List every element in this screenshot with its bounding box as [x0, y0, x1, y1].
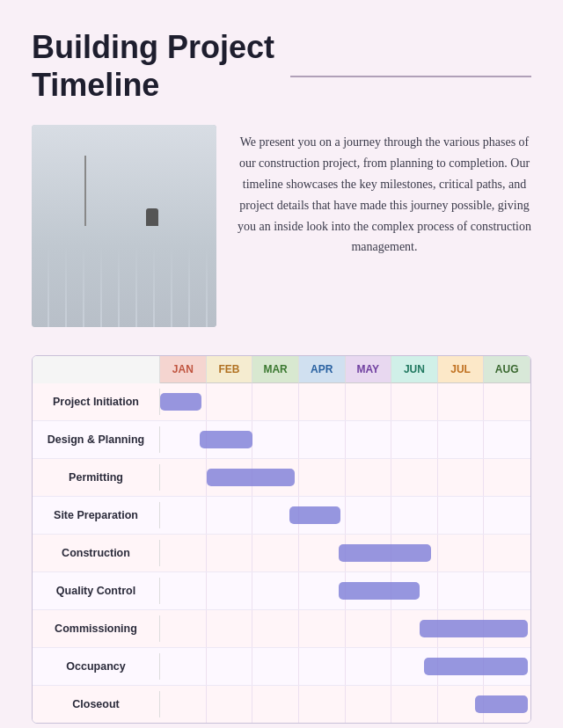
gantt-row-7: Occupancy	[33, 648, 530, 686]
header: Building Project Timeline	[32, 28, 531, 104]
gantt-bar-7	[424, 658, 528, 675]
page-title: Building Project Timeline	[32, 28, 274, 104]
gantt-chart: JANFEBMARAPRMAYJUNJULAUG Project Initiat…	[32, 355, 531, 724]
gantt-month-jul: JUL	[438, 356, 485, 383]
gantt-month-jun: JUN	[391, 356, 438, 383]
gantt-row-6: Commissioning	[33, 610, 530, 648]
gantt-header: JANFEBMARAPRMAYJUNJULAUG	[33, 356, 530, 383]
gantt-row-2: Permitting	[33, 459, 530, 497]
bar-area-6	[160, 610, 530, 647]
gantt-month-jan: JAN	[160, 356, 207, 383]
gantt-bar-5	[339, 582, 420, 600]
title-divider	[290, 76, 531, 77]
bar-area-1	[160, 421, 530, 458]
gantt-bar-0	[160, 393, 201, 411]
row-label-0: Project Initiation	[33, 389, 160, 415]
bar-area-8	[160, 686, 530, 723]
gantt-row-5: Quality Control	[33, 572, 530, 610]
gantt-header-empty	[33, 356, 160, 383]
row-label-1: Design & Planning	[33, 426, 160, 453]
content-row: We present you on a journey through the …	[32, 125, 531, 327]
gantt-row-0: Project Initiation	[33, 383, 530, 421]
building-image	[32, 125, 216, 327]
gantt-row-3: Site Preparation	[33, 497, 530, 535]
gantt-bar-6	[420, 620, 529, 637]
gantt-bar-4	[339, 544, 431, 562]
bar-area-4	[160, 535, 530, 571]
row-label-5: Quality Control	[33, 578, 160, 604]
description-text: We present you on a journey through the …	[238, 125, 531, 258]
row-label-8: Closeout	[33, 691, 160, 717]
gantt-bar-3	[289, 506, 340, 524]
bar-area-2	[160, 459, 530, 496]
bar-area-0	[160, 383, 530, 420]
gantt-month-mar: MAR	[252, 356, 299, 383]
gantt-month-may: MAY	[346, 356, 392, 383]
row-label-2: Permitting	[33, 464, 160, 491]
bar-area-7	[160, 648, 530, 685]
gantt-row-1: Design & Planning	[33, 421, 530, 459]
bar-area-3	[160, 497, 530, 534]
row-label-6: Commissioning	[33, 615, 160, 642]
row-label-4: Construction	[33, 540, 160, 566]
gantt-month-apr: APR	[299, 356, 346, 383]
gantt-month-feb: FEB	[207, 356, 253, 383]
gantt-bar-1	[200, 431, 253, 448]
row-label-7: Occupancy	[33, 653, 160, 680]
row-label-3: Site Preparation	[33, 502, 160, 528]
gantt-bar-8	[475, 695, 529, 713]
gantt-bar-2	[207, 469, 295, 486]
bar-area-5	[160, 572, 530, 609]
gantt-month-aug: AUG	[484, 356, 530, 383]
title-block: Building Project Timeline	[32, 28, 274, 104]
gantt-row-8: Closeout	[33, 686, 530, 723]
gantt-row-4: Construction	[33, 535, 530, 572]
